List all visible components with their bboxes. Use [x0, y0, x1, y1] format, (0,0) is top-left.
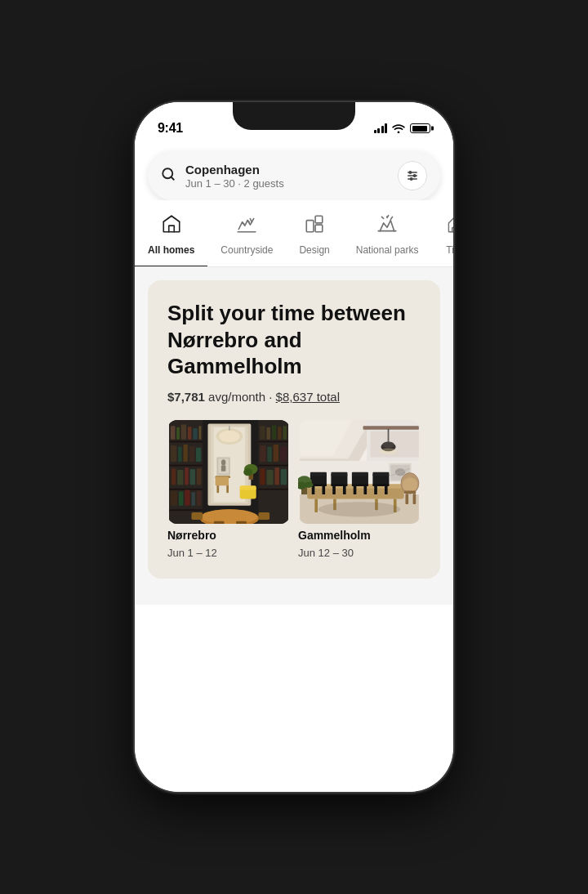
svg-rect-127 — [413, 494, 416, 504]
tab-national-parks-label: National parks — [356, 244, 419, 256]
svg-rect-18 — [171, 426, 175, 439]
svg-rect-37 — [191, 492, 195, 505]
svg-rect-106 — [322, 485, 325, 494]
svg-rect-36 — [185, 489, 189, 505]
svg-point-10 — [386, 216, 388, 217]
svg-rect-38 — [197, 490, 201, 505]
svg-rect-112 — [331, 472, 347, 476]
svg-rect-27 — [189, 445, 194, 461]
status-bar: 9:41 — [135, 102, 453, 143]
split-pricing: $7,781 avg/month · $8,637 total — [167, 390, 421, 404]
svg-point-131 — [305, 481, 314, 487]
svg-point-79 — [221, 459, 225, 465]
svg-rect-133 — [371, 431, 419, 457]
svg-rect-32 — [190, 469, 195, 485]
phone-screen: 9:41 — [135, 102, 453, 792]
main-content: Split your time between Nørrebro and Gam… — [135, 267, 453, 605]
tab-countryside[interactable]: Countryside — [207, 213, 286, 266]
svg-rect-65 — [216, 476, 229, 485]
svg-rect-44 — [266, 427, 270, 440]
gammelholm-name: Gammelholm — [298, 529, 421, 542]
gammelholm-dates: Jun 12 – 30 — [298, 547, 421, 559]
svg-point-2 — [409, 172, 412, 174]
category-tabs: All homes Countryside — [135, 200, 453, 267]
avg-price: $7,781 — [167, 390, 205, 404]
norrebro-card[interactable]: Nørrebro Jun 1 – 12 — [167, 420, 290, 560]
svg-rect-71 — [258, 512, 270, 519]
svg-rect-55 — [281, 469, 287, 485]
search-area: Copenhagen Jun 1 – 30 · 2 guests — [135, 143, 453, 200]
svg-rect-15 — [169, 464, 203, 466]
svg-rect-42 — [258, 488, 287, 489]
avg-label: avg/month · — [205, 390, 276, 404]
svg-point-6 — [410, 178, 412, 181]
svg-rect-30 — [177, 470, 183, 485]
svg-rect-52 — [260, 468, 265, 485]
svg-rect-16 — [169, 488, 203, 489]
tab-tiny[interactable]: Tiny — [431, 213, 453, 266]
svg-point-69 — [201, 509, 257, 524]
norrebro-dates: Jun 1 – 12 — [167, 547, 290, 559]
status-icons — [374, 123, 431, 133]
tab-tiny-label: Tiny — [446, 244, 453, 256]
tab-design-label: Design — [299, 244, 329, 256]
svg-rect-72 — [214, 521, 225, 524]
svg-rect-99 — [314, 498, 318, 512]
wifi-icon — [392, 123, 405, 133]
svg-rect-48 — [260, 445, 265, 461]
phone-frame: 9:41 — [135, 102, 453, 792]
tab-all-homes[interactable]: All homes — [135, 213, 207, 267]
countryside-icon — [236, 213, 257, 239]
svg-rect-80 — [221, 465, 225, 471]
svg-rect-53 — [266, 470, 273, 485]
norrebro-name: Nørrebro — [167, 529, 290, 542]
filter-button[interactable] — [398, 161, 427, 190]
svg-rect-8 — [315, 216, 323, 223]
tab-countryside-label: Countryside — [220, 244, 273, 256]
search-bar[interactable]: Copenhagen Jun 1 – 30 · 2 guests — [148, 151, 440, 200]
svg-point-132 — [318, 502, 400, 516]
svg-rect-117 — [352, 472, 368, 476]
svg-rect-23 — [199, 426, 202, 439]
national-parks-icon — [376, 213, 398, 239]
svg-rect-34 — [171, 490, 177, 505]
battery-icon — [410, 123, 430, 133]
svg-rect-121 — [385, 485, 388, 494]
svg-rect-19 — [176, 427, 180, 440]
svg-rect-86 — [363, 426, 419, 430]
svg-rect-126 — [405, 494, 408, 504]
svg-rect-41 — [258, 464, 287, 466]
svg-rect-54 — [274, 467, 278, 485]
status-time: 9:41 — [158, 121, 183, 136]
svg-rect-125 — [404, 490, 416, 494]
gammelholm-image — [298, 420, 421, 525]
svg-rect-25 — [178, 446, 182, 461]
tiny-icon — [444, 213, 453, 239]
svg-rect-9 — [315, 225, 323, 232]
svg-rect-50 — [274, 445, 278, 462]
svg-rect-35 — [179, 491, 183, 505]
all-homes-icon — [161, 213, 182, 239]
split-card[interactable]: Split your time between Nørrebro and Gam… — [148, 280, 440, 579]
svg-rect-107 — [310, 472, 327, 476]
svg-rect-24 — [171, 445, 176, 461]
split-title: Split your time between Nørrebro and Gam… — [167, 300, 421, 380]
search-icon — [161, 167, 176, 186]
svg-rect-47 — [283, 426, 287, 439]
battery-fill — [412, 126, 427, 132]
svg-rect-70 — [191, 512, 203, 519]
svg-rect-122 — [372, 472, 389, 476]
svg-rect-73 — [236, 521, 247, 524]
svg-point-124 — [403, 477, 417, 492]
svg-rect-17 — [169, 509, 203, 511]
svg-rect-20 — [181, 424, 186, 439]
norrebro-illustration — [167, 420, 290, 525]
svg-rect-67 — [240, 485, 256, 489]
tab-national-parks[interactable]: National parks — [343, 213, 432, 266]
signal-bars-icon — [374, 123, 388, 133]
svg-point-60 — [219, 430, 240, 442]
svg-rect-40 — [258, 440, 287, 442]
svg-point-4 — [413, 175, 416, 177]
gammelholm-card[interactable]: Gammelholm Jun 12 – 30 — [298, 420, 421, 560]
tab-design[interactable]: Design — [286, 213, 342, 266]
